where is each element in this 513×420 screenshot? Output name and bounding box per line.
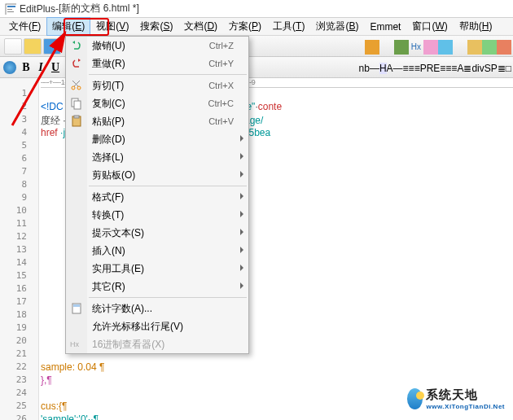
undo-item[interactable]: 撤销(U)Ctrl+Z [66, 37, 248, 55]
line-number: 25 [0, 400, 38, 413]
submenu-arrow-icon [240, 171, 243, 177]
doc-title: [新的文档 6.html *] [59, 2, 139, 15]
toolbar-button[interactable] [482, 40, 497, 55]
tag-button[interactable]: — [393, 63, 403, 74]
bold-button[interactable]: B [19, 61, 33, 74]
tag-button[interactable]: ≡ [445, 63, 451, 74]
menu-item-label: 转换(T) [92, 209, 124, 221]
svg-point-5 [77, 86, 81, 90]
line-number: 23 [0, 374, 38, 387]
tag-button[interactable]: A [387, 63, 393, 74]
hinttext-item[interactable]: 提示文本(S) [66, 224, 248, 242]
new-file-button[interactable] [4, 38, 22, 55]
line-number: 17 [0, 296, 38, 309]
toolbar-button[interactable] [497, 40, 511, 55]
select-item[interactable]: 选择(L) [66, 148, 248, 166]
clipboard-icon [70, 115, 83, 128]
line-number: 26 [0, 413, 38, 420]
clipboard-item[interactable]: 剪贴板(O) [66, 166, 248, 184]
utilities-item[interactable]: 实用工具(E) [66, 260, 248, 278]
menu-file[interactable]: 文件(F) [3, 17, 46, 36]
tag-button[interactable]: SP [484, 63, 498, 74]
shortcut: Ctrl+X [208, 77, 234, 94]
tag-button[interactable]: A [457, 63, 463, 74]
menu-item-label: 格式(F) [92, 191, 124, 203]
shortcut: Ctrl+V [208, 112, 234, 130]
line-number: 9 [0, 192, 38, 205]
svg-rect-11 [73, 304, 80, 307]
tag-button[interactable]: ≡ [440, 63, 445, 74]
menu-browser[interactable]: 浏览器(B) [310, 17, 364, 36]
line-number: 16 [0, 283, 38, 296]
delete-item[interactable]: 删除(D) [66, 130, 248, 148]
line-number: 2 [0, 101, 38, 114]
html-tag-toolbar: nb — H A — ≡≡ ≡ PRE ≡ ≡ ≡ A ≣ div SP ≣ □ [357, 59, 513, 78]
tag-button[interactable]: ≡ [451, 63, 457, 74]
cursor-eof-item[interactable]: 允许光标移出行尾(V) [66, 317, 248, 335]
tag-button[interactable]: H [379, 63, 387, 74]
table-button[interactable] [379, 40, 394, 55]
tag-button[interactable]: ≡≡ [403, 63, 414, 74]
submenu-arrow-icon [240, 282, 243, 289]
toolbar-button[interactable] [453, 40, 467, 55]
line-number: 20 [0, 335, 38, 348]
tag-button[interactable]: ≡ [414, 63, 420, 74]
menu-emmet[interactable]: Emmet [364, 19, 406, 35]
watermark-logo: 系统天地 www.XiTongTianDi.Net [407, 384, 505, 413]
hx-label[interactable]: Hx [411, 42, 421, 51]
menu-help[interactable]: 帮助(H) [454, 17, 498, 36]
italic-button[interactable]: I [33, 61, 48, 74]
menu-tools[interactable]: 工具(T) [267, 17, 310, 36]
line-number [0, 78, 38, 88]
code-line: 'sample':'0'··¶ [41, 413, 513, 420]
line-number: 5 [0, 140, 38, 153]
line-number: 6 [0, 153, 38, 166]
toolbar-button[interactable] [467, 40, 482, 55]
edit-dropdown: 撤销(U)Ctrl+Z 重做(R)Ctrl+Y 剪切(T)Ctrl+X 复制(C… [65, 36, 249, 354]
svg-point-4 [72, 86, 75, 90]
line-number: 8 [0, 179, 38, 192]
copy-item[interactable]: 复制(C)Ctrl+C [66, 94, 248, 112]
menu-search[interactable]: 搜索(S) [134, 17, 178, 36]
tag-button[interactable]: □ [506, 63, 511, 74]
line-number: 12 [0, 231, 38, 244]
svg-rect-1 [7, 6, 15, 7]
line-number: 22 [0, 361, 38, 374]
line-number: 11 [0, 218, 38, 231]
tag-button[interactable]: ≣ [463, 63, 471, 74]
menu-project[interactable]: 方案(P) [223, 17, 267, 36]
redo-item[interactable]: 重做(R)Ctrl+Y [66, 55, 248, 72]
tag-button[interactable]: nb [359, 63, 370, 74]
menu-item-label: 16进制查看器(X) [92, 339, 164, 350]
color-button[interactable] [365, 40, 379, 55]
watermark-title: 系统天地 [426, 387, 505, 403]
tag-button[interactable]: — [370, 63, 379, 74]
tag-button[interactable]: PRE [420, 63, 441, 74]
save-button[interactable] [43, 38, 61, 55]
line-number: 19 [0, 322, 38, 335]
menu-item-label: 选择(L) [92, 151, 124, 163]
menu-window[interactable]: 窗口(W) [406, 17, 453, 36]
open-file-button[interactable] [24, 38, 42, 55]
image-button[interactable] [394, 40, 409, 55]
menu-document[interactable]: 文档(D) [178, 17, 223, 36]
submenu-arrow-icon [240, 135, 243, 142]
cut-item[interactable]: 剪切(T)Ctrl+X [66, 77, 248, 94]
toolbar-button[interactable] [438, 40, 453, 55]
menu-item-label: 其它(R) [92, 281, 125, 292]
wordcount-item[interactable]: 统计字数(A)... [66, 300, 248, 317]
globe-icon[interactable] [3, 61, 16, 74]
tag-button[interactable]: ≣ [498, 63, 506, 74]
insert-item[interactable]: 插入(N) [66, 242, 248, 260]
svg-rect-2 [7, 9, 12, 10]
tag-button[interactable]: div [471, 63, 484, 74]
menu-item-label: 允许光标移出行尾(V) [92, 321, 183, 332]
paste-item[interactable]: 粘贴(P)Ctrl+V [66, 112, 248, 130]
submenu-arrow-icon [240, 211, 243, 217]
convert-item[interactable]: 转换(T) [66, 206, 248, 224]
toolbar-button[interactable] [423, 40, 438, 55]
format-item[interactable]: 格式(F) [66, 188, 248, 206]
other-item[interactable]: 其它(R) [66, 278, 248, 295]
line-number: 10 [0, 205, 38, 218]
underline-button[interactable]: U [48, 61, 63, 74]
